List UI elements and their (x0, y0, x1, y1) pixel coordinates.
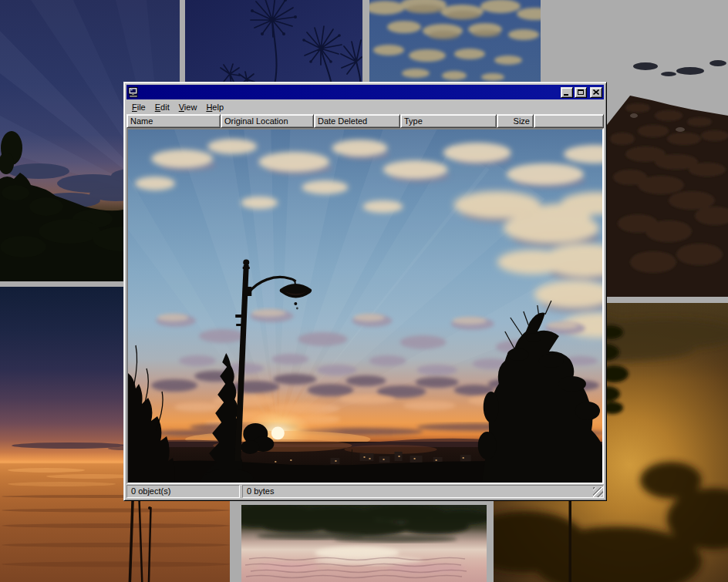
status-size: 0 bytes (242, 485, 604, 498)
title-bar[interactable] (126, 85, 604, 99)
desktop: { "window": { "title": "", "icon": "comp… (0, 0, 728, 582)
column-header-type[interactable]: Type (400, 114, 497, 128)
column-header-row: Name Original Location Date Deleted Type… (126, 114, 604, 128)
close-icon (593, 89, 599, 95)
menu-file-rest: ile (137, 103, 146, 112)
computer-icon (128, 87, 139, 98)
sunset-photo (128, 130, 602, 483)
menu-bar: File Edit View Help (126, 99, 604, 114)
maximize-button[interactable] (575, 87, 587, 98)
menu-help[interactable]: Help (201, 101, 228, 113)
minimize-icon (564, 94, 568, 96)
menu-view-accel: V (179, 103, 184, 112)
menu-edit-accel: E (155, 103, 160, 112)
menu-view-rest: iew (184, 103, 197, 112)
wallpaper-tile-water-reflection (241, 505, 487, 582)
menu-edit-rest: dit (160, 103, 170, 112)
maximize-icon (578, 89, 584, 95)
recycle-bin-window: File Edit View Help Name Original Locati… (123, 82, 607, 501)
column-header-original-location[interactable]: Original Location (221, 114, 314, 128)
status-bar: 0 object(s) 0 bytes (126, 484, 604, 498)
minimize-button[interactable] (561, 87, 573, 98)
column-header-stub (534, 114, 604, 128)
menu-view[interactable]: View (174, 101, 202, 113)
column-header-size[interactable]: Size (497, 114, 534, 128)
resize-grip[interactable] (593, 487, 603, 497)
menu-file-accel: F (132, 103, 137, 112)
menu-edit[interactable]: Edit (150, 101, 174, 113)
column-header-name[interactable]: Name (126, 114, 221, 128)
list-view-area[interactable] (126, 128, 604, 484)
close-button[interactable] (590, 87, 602, 98)
menu-help-rest: elp (212, 103, 224, 112)
column-header-date-deleted[interactable]: Date Deleted (314, 114, 400, 128)
status-object-count: 0 object(s) (126, 485, 240, 498)
water-reflection-art (241, 505, 487, 582)
menu-file[interactable]: File (127, 101, 150, 113)
